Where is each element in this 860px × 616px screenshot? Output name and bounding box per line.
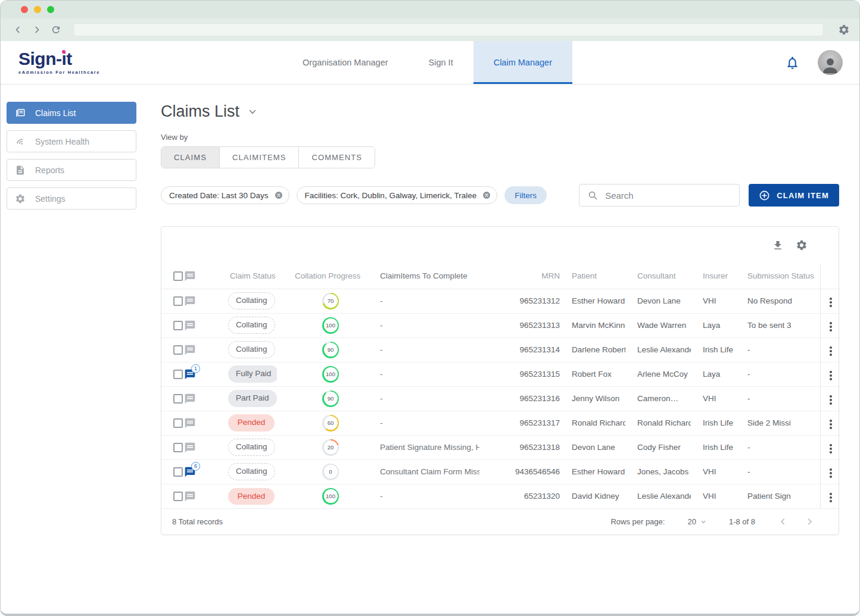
- claimitems-to-complete-cell: Consultant Claim Form Missing,…: [360, 459, 479, 484]
- remove-filter-icon[interactable]: [274, 190, 283, 200]
- row-checkbox[interactable]: [173, 492, 183, 501]
- filter-chip-created-date[interactable]: Created Date: Last 30 Days: [161, 186, 289, 204]
- next-page-icon[interactable]: [805, 517, 815, 527]
- back-icon[interactable]: [13, 24, 23, 35]
- tab-claims[interactable]: CLAIMS: [161, 147, 219, 168]
- row-actions-menu-icon[interactable]: [827, 442, 834, 456]
- row-actions-menu-icon[interactable]: [827, 393, 834, 407]
- row-actions-menu-icon[interactable]: [827, 417, 834, 431]
- minimize-window-button[interactable]: [34, 6, 41, 13]
- reload-icon[interactable]: [51, 24, 61, 35]
- row-actions-menu-icon[interactable]: [827, 368, 834, 383]
- submission-status-cell: Side 2 Missi: [736, 411, 820, 435]
- comment-icon[interactable]: [184, 344, 196, 356]
- column-header-submission-status: Submission Status: [736, 264, 820, 289]
- tab-comments[interactable]: COMMENTS: [298, 147, 375, 168]
- submission-status-cell: To be sent 3: [736, 313, 820, 337]
- row-checkbox[interactable]: [173, 370, 183, 379]
- claim-status-badge: Collating: [228, 439, 275, 455]
- select-all-checkbox[interactable]: [173, 271, 183, 281]
- mrn-cell: 9436546546: [479, 459, 560, 484]
- page-title-chevron-down-icon[interactable]: [248, 107, 257, 117]
- plus-circle-icon: [759, 190, 770, 201]
- comment-icon[interactable]: [184, 295, 196, 307]
- column-header-patient: Patient: [560, 264, 625, 289]
- notifications-bell-icon[interactable]: [785, 55, 800, 70]
- header-right: [785, 41, 859, 84]
- comment-icon[interactable]: 1: [184, 368, 196, 380]
- table-row: 6 Collating 0 Consultant Claim Form Miss…: [161, 459, 841, 484]
- submission-status-cell: -: [736, 435, 820, 459]
- rows-per-page-select[interactable]: 20: [687, 517, 706, 526]
- nav-claim-manager[interactable]: Claim Manager: [473, 41, 572, 84]
- collation-progress-value: 0: [324, 465, 338, 479]
- mrn-cell: 965231312: [479, 289, 560, 313]
- search-input[interactable]: [605, 190, 731, 201]
- comment-icon[interactable]: 6: [184, 466, 196, 478]
- table-row: 1 Fully Paid 100 - 965231315 Robert Fox …: [161, 362, 841, 386]
- collation-progress-value: 100: [324, 367, 338, 381]
- mrn-cell: 965231318: [479, 435, 560, 459]
- sidebar-item-settings[interactable]: Settings: [7, 187, 136, 209]
- address-bar[interactable]: [73, 23, 824, 36]
- collation-progress-ring: 90: [322, 342, 339, 358]
- row-checkbox[interactable]: [173, 418, 183, 428]
- comment-icon[interactable]: [184, 442, 196, 454]
- collation-progress-value: 90: [324, 392, 338, 405]
- nav-organisation-manager[interactable]: Organisation Manager: [282, 41, 408, 84]
- claim-status-badge: Collating: [228, 463, 275, 480]
- row-actions-menu-icon[interactable]: [827, 295, 834, 309]
- sidebar-item-claims-list[interactable]: Claims List: [7, 102, 136, 124]
- comment-icon[interactable]: [184, 490, 196, 502]
- comment-icon[interactable]: [184, 417, 196, 429]
- row-actions-menu-icon[interactable]: [827, 466, 834, 480]
- row-checkbox[interactable]: [173, 321, 183, 330]
- person-icon: [820, 55, 840, 75]
- app-header: Sign-it eAdmission For Healthcare Organi…: [1, 41, 859, 85]
- submission-status-cell: No Respond: [736, 289, 820, 313]
- view-tabs: CLAIMS CLAIMITEMS COMMENTS: [161, 146, 375, 168]
- row-actions-menu-icon[interactable]: [827, 344, 834, 358]
- claim-item-button[interactable]: CLAIM ITEM: [749, 184, 839, 207]
- nav-sign-it[interactable]: Sign It: [409, 41, 473, 84]
- previous-page-icon[interactable]: [778, 517, 788, 527]
- row-checkbox[interactable]: [173, 443, 183, 452]
- user-avatar[interactable]: [818, 50, 843, 75]
- comment-icon[interactable]: [184, 393, 196, 405]
- row-checkbox[interactable]: [173, 296, 183, 306]
- maximize-window-button[interactable]: [47, 6, 54, 13]
- collation-progress-value: 100: [324, 489, 338, 503]
- consultant-cell: Ronald Richards: [625, 411, 691, 435]
- main-nav: Organisation Manager Sign It Claim Manag…: [282, 41, 572, 84]
- table-settings-gear-icon[interactable]: [796, 239, 808, 251]
- table-toolbar: [161, 227, 839, 264]
- sidebar-item-system-health[interactable]: System Health: [7, 130, 136, 152]
- collation-progress-ring: 90: [322, 390, 339, 407]
- tab-claimitems[interactable]: CLAIMITEMS: [219, 147, 298, 168]
- comment-icon[interactable]: [184, 320, 196, 332]
- insurer-cell: VHI: [691, 386, 736, 411]
- claims-list-icon: [15, 108, 26, 118]
- chevron-down-icon: [700, 519, 706, 525]
- claim-status-badge: Collating: [228, 317, 275, 333]
- browser-settings-icon[interactable]: [838, 24, 850, 36]
- system-health-icon: [15, 136, 26, 147]
- insurer-cell: Laya: [691, 362, 736, 386]
- forward-icon[interactable]: [32, 24, 42, 35]
- search-box[interactable]: [579, 184, 740, 207]
- collation-progress-ring: 100: [322, 366, 339, 383]
- comment-count-badge: 1: [191, 364, 200, 373]
- close-window-button[interactable]: [21, 6, 28, 13]
- download-icon[interactable]: [772, 239, 784, 251]
- claimitems-to-complete-cell: -: [360, 362, 479, 386]
- remove-filter-icon[interactable]: [482, 190, 491, 200]
- patient-cell: Jenny Wilson: [560, 386, 625, 411]
- row-actions-menu-icon[interactable]: [827, 490, 834, 505]
- filter-chip-facilities[interactable]: Facilities: Cork, Dublin, Galway, Limeri…: [297, 186, 498, 204]
- sidebar-item-reports[interactable]: Reports: [7, 159, 136, 181]
- row-actions-menu-icon[interactable]: [827, 320, 834, 334]
- row-checkbox[interactable]: [173, 394, 183, 404]
- row-checkbox[interactable]: [173, 467, 183, 477]
- row-checkbox[interactable]: [173, 345, 183, 355]
- filters-button[interactable]: Filters: [504, 186, 547, 204]
